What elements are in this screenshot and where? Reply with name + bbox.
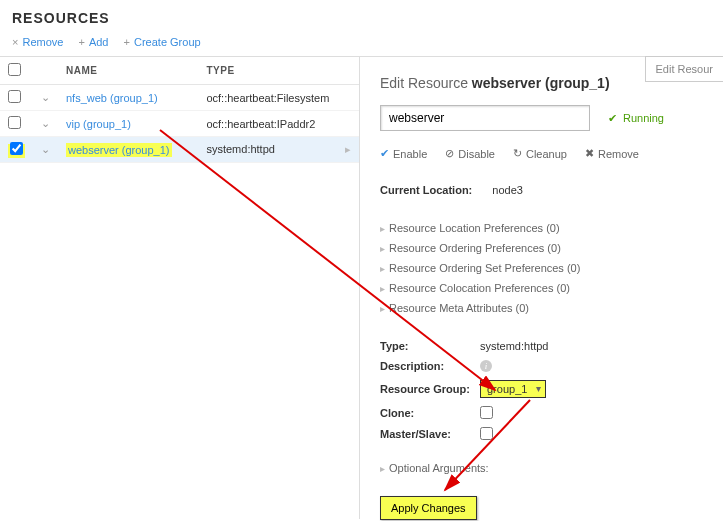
master-slave-checkbox[interactable] <box>480 427 493 440</box>
resource-name-input[interactable] <box>380 105 590 131</box>
table-row[interactable]: ⌄nfs_web (group_1)ocf::heartbeat:Filesys… <box>0 85 359 111</box>
remove-link[interactable]: Remove <box>22 36 63 48</box>
chevron-down-icon[interactable]: ⌄ <box>33 111 58 137</box>
add-link[interactable]: Add <box>89 36 109 48</box>
preference-section[interactable]: Resource Location Preferences (0) <box>380 218 703 238</box>
close-icon: ✖ <box>585 147 594 160</box>
type-label: Type: <box>380 340 480 352</box>
info-icon[interactable]: i <box>480 360 492 372</box>
col-expand <box>33 57 58 85</box>
select-all-checkbox[interactable] <box>8 63 21 76</box>
clone-label: Clone: <box>380 407 480 419</box>
clone-checkbox[interactable] <box>480 406 493 419</box>
enable-button[interactable]: ✔Enable <box>380 147 427 160</box>
cancel-icon: ⊘ <box>445 147 454 160</box>
resource-name-link[interactable]: vip (group_1) <box>66 118 131 130</box>
resource-name-link[interactable]: nfs_web (group_1) <box>66 92 158 104</box>
check-icon: ✔ <box>380 147 389 160</box>
resource-name-link[interactable]: webserver (group_1) <box>68 144 170 156</box>
preference-section[interactable]: Resource Ordering Preferences (0) <box>380 238 703 258</box>
current-location: Current Location:node3 <box>380 184 703 196</box>
check-icon: ✔ <box>608 112 617 125</box>
page-title: RESOURCES <box>12 10 711 26</box>
table-row[interactable]: ⌄webserver (group_1)systemd:httpd▸ <box>0 137 359 163</box>
col-name: NAME <box>58 57 198 85</box>
optional-arguments[interactable]: Optional Arguments: <box>380 458 703 478</box>
cleanup-button[interactable]: ↻Cleanup <box>513 147 567 160</box>
preference-section[interactable]: Resource Colocation Preferences (0) <box>380 278 703 298</box>
disable-button[interactable]: ⊘Disable <box>445 147 495 160</box>
refresh-icon: ↻ <box>513 147 522 160</box>
table-row[interactable]: ⌄vip (group_1)ocf::heartbeat:IPaddr2 <box>0 111 359 137</box>
action-bar: ✔Enable ⊘Disable ↻Cleanup ✖Remove <box>380 147 703 160</box>
remove-icon[interactable]: × <box>12 36 18 48</box>
resource-group-label: Resource Group: <box>380 383 480 395</box>
resource-table: NAME TYPE ⌄nfs_web (group_1)ocf::heartbe… <box>0 57 359 163</box>
panel-title: Edit Resource webserver (group_1) <box>380 75 703 91</box>
chevron-down-icon[interactable]: ⌄ <box>33 85 58 111</box>
col-type: TYPE <box>198 57 359 85</box>
preference-section[interactable]: Resource Meta Attributes (0) <box>380 298 703 318</box>
page-header: RESOURCES <box>0 0 723 32</box>
add-icon[interactable]: + <box>78 36 84 48</box>
chevron-down-icon[interactable]: ⌄ <box>33 137 58 163</box>
group-icon[interactable]: + <box>124 36 130 48</box>
chevron-right-icon: ▸ <box>345 143 351 156</box>
row-checkbox[interactable] <box>10 142 23 155</box>
resource-type: ocf::heartbeat:IPaddr2 <box>198 111 359 137</box>
master-slave-label: Master/Slave: <box>380 428 480 440</box>
col-checkbox <box>0 57 33 85</box>
resource-type: ocf::heartbeat:Filesystem <box>198 85 359 111</box>
row-checkbox[interactable] <box>8 116 21 129</box>
toolbar: ×Remove +Add +Create Group <box>0 32 723 56</box>
description-label: Description: <box>380 360 480 372</box>
apply-changes-button[interactable]: Apply Changes <box>380 496 477 520</box>
type-value: systemd:httpd <box>480 340 548 352</box>
row-checkbox[interactable] <box>8 90 21 103</box>
status-badge: ✔Running <box>608 112 664 125</box>
create-group-link[interactable]: Create Group <box>134 36 201 48</box>
resource-type: systemd:httpd▸ <box>198 137 359 163</box>
edit-resource-panel: Edit Resource webserver (group_1) ✔Runni… <box>360 57 723 519</box>
preference-section[interactable]: Resource Ordering Set Preferences (0) <box>380 258 703 278</box>
resource-list-panel: NAME TYPE ⌄nfs_web (group_1)ocf::heartbe… <box>0 57 360 519</box>
remove-button[interactable]: ✖Remove <box>585 147 639 160</box>
resource-group-select[interactable]: group_1 <box>480 380 546 398</box>
